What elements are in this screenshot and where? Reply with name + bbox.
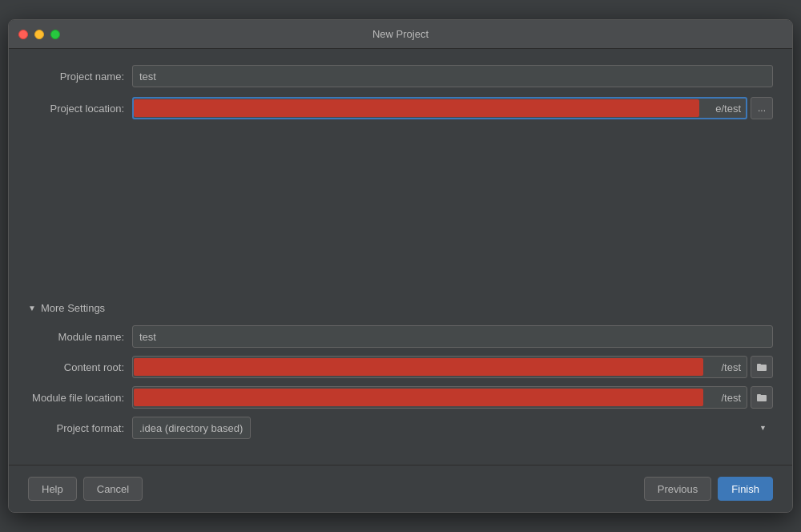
cancel-button[interactable]: Cancel bbox=[83, 477, 143, 501]
module-name-label: Module name: bbox=[28, 331, 132, 343]
traffic-lights bbox=[18, 30, 60, 39]
content-root-input-wrapper: /test bbox=[132, 356, 747, 378]
titlebar: New Project bbox=[9, 20, 792, 49]
close-button[interactable] bbox=[18, 30, 28, 39]
help-button[interactable]: Help bbox=[28, 477, 77, 501]
empty-area bbox=[28, 129, 773, 289]
svg-rect-0 bbox=[757, 365, 767, 371]
project-name-input[interactable] bbox=[132, 65, 773, 87]
module-file-location-input[interactable] bbox=[132, 386, 747, 409]
content-root-input[interactable] bbox=[132, 356, 747, 378]
chevron-down-icon: ▼ bbox=[28, 304, 36, 312]
svg-rect-1 bbox=[757, 364, 761, 365]
footer: Help Cancel Previous Finish bbox=[9, 465, 792, 512]
dialog-content: Project name: Project location: e/test .… bbox=[9, 49, 792, 465]
project-name-label: Project name: bbox=[28, 71, 132, 83]
module-file-location-input-wrapper: /test bbox=[132, 386, 747, 409]
content-root-row: Content root: /test bbox=[28, 356, 773, 378]
project-location-row: Project location: e/test ... bbox=[28, 97, 773, 119]
dialog-title: New Project bbox=[372, 28, 429, 40]
svg-rect-3 bbox=[757, 394, 761, 396]
module-name-input[interactable] bbox=[132, 325, 773, 348]
maximize-button[interactable] bbox=[50, 30, 60, 39]
project-format-label: Project format: bbox=[28, 422, 132, 434]
project-format-select[interactable]: .idea (directory based) .ipr (file based… bbox=[132, 417, 251, 439]
previous-button[interactable]: Previous bbox=[644, 477, 712, 501]
project-location-input-wrapper: e/test bbox=[132, 97, 747, 119]
new-project-dialog: New Project Project name: Project locati… bbox=[8, 19, 793, 513]
more-settings-section: ▼ More Settings Module name: Content roo… bbox=[28, 302, 773, 439]
finish-button[interactable]: Finish bbox=[718, 477, 773, 501]
svg-rect-2 bbox=[757, 395, 767, 401]
minimize-button[interactable] bbox=[34, 30, 44, 39]
project-location-browse-button[interactable]: ... bbox=[751, 97, 773, 119]
folder-icon bbox=[756, 361, 767, 373]
project-format-row: Project format: .idea (directory based) … bbox=[28, 417, 773, 439]
module-file-location-row: Module file location: /test bbox=[28, 386, 773, 409]
project-name-row: Project name: bbox=[28, 65, 773, 87]
module-name-row: Module name: bbox=[28, 325, 773, 348]
module-file-location-label: Module file location: bbox=[28, 392, 132, 404]
project-location-input[interactable] bbox=[132, 97, 747, 119]
project-format-select-wrapper: .idea (directory based) .ipr (file based… bbox=[132, 417, 773, 439]
module-file-location-browse-button[interactable] bbox=[751, 386, 773, 409]
more-settings-label: More Settings bbox=[41, 302, 105, 314]
content-root-browse-button[interactable] bbox=[751, 356, 773, 378]
project-location-label: Project location: bbox=[28, 103, 132, 115]
content-root-label: Content root: bbox=[28, 361, 132, 373]
more-settings-toggle[interactable]: ▼ More Settings bbox=[28, 302, 773, 314]
folder-icon bbox=[756, 392, 767, 403]
more-settings-form: Module name: Content root: /test bbox=[28, 325, 773, 439]
